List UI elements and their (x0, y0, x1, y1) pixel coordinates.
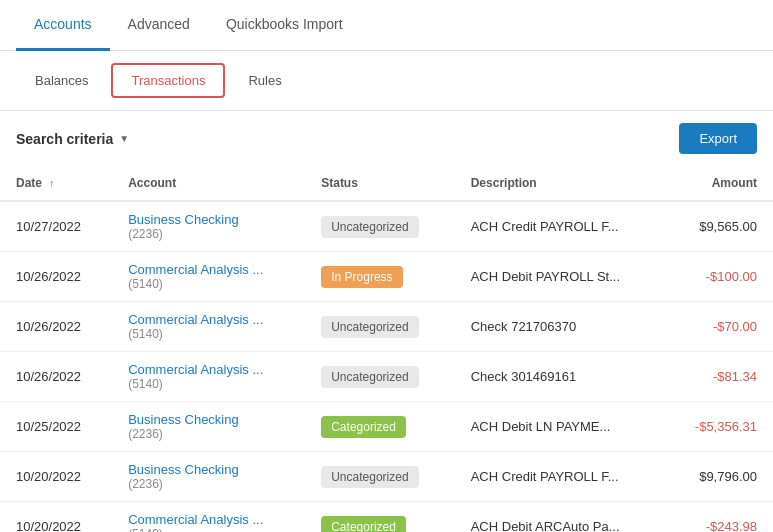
table-row: 10/26/2022 Commercial Analysis ...(5140)… (0, 302, 773, 352)
cell-amount-0: $9,565.00 (664, 201, 773, 252)
cell-description-3: Check 301469161 (455, 352, 664, 402)
cell-description-4: ACH Debit LN PAYME... (455, 402, 664, 452)
sort-icon: ↑ (49, 178, 54, 189)
transactions-table: Date ↑ Account Status Description Amount… (0, 166, 773, 532)
cell-date-1: 10/26/2022 (0, 252, 112, 302)
cell-date-5: 10/20/2022 (0, 452, 112, 502)
export-button[interactable]: Export (679, 123, 757, 154)
table-header-row: Date ↑ Account Status Description Amount (0, 166, 773, 201)
table-row: 10/26/2022 Commercial Analysis ...(5140)… (0, 252, 773, 302)
table-row: 10/27/2022 Business Checking(2236) Uncat… (0, 201, 773, 252)
sub-nav: Balances Transactions Rules (0, 51, 773, 111)
search-criteria-toggle[interactable]: Search criteria ▼ (16, 131, 129, 147)
subtab-balances[interactable]: Balances (16, 64, 107, 97)
cell-amount-5: $9,796.00 (664, 452, 773, 502)
table-row: 10/26/2022 Commercial Analysis ...(5140)… (0, 352, 773, 402)
cell-amount-1: -$100.00 (664, 252, 773, 302)
cell-date-6: 10/20/2022 (0, 502, 112, 533)
cell-description-6: ACH Debit ARCAuto Pa... (455, 502, 664, 533)
cell-description-5: ACH Credit PAYROLL F... (455, 452, 664, 502)
cell-account-4[interactable]: Business Checking(2236) (112, 402, 305, 452)
top-nav: Accounts Advanced Quickbooks Import (0, 0, 773, 51)
cell-description-2: Check 721706370 (455, 302, 664, 352)
cell-status-4: Categorized (305, 402, 454, 452)
cell-status-0: Uncategorized (305, 201, 454, 252)
cell-status-6: Categorized (305, 502, 454, 533)
cell-amount-2: -$70.00 (664, 302, 773, 352)
cell-amount-4: -$5,356.31 (664, 402, 773, 452)
cell-date-0: 10/27/2022 (0, 201, 112, 252)
cell-status-3: Uncategorized (305, 352, 454, 402)
status-badge-0: Uncategorized (321, 216, 418, 238)
status-badge-1: In Progress (321, 266, 402, 288)
cell-date-2: 10/26/2022 (0, 302, 112, 352)
col-header-account: Account (112, 166, 305, 201)
app-container: Accounts Advanced Quickbooks Import Bala… (0, 0, 773, 532)
col-header-status: Status (305, 166, 454, 201)
cell-account-3[interactable]: Commercial Analysis ...(5140) (112, 352, 305, 402)
status-badge-5: Uncategorized (321, 466, 418, 488)
col-header-amount: Amount (664, 166, 773, 201)
cell-date-3: 10/26/2022 (0, 352, 112, 402)
cell-account-6[interactable]: Commercial Analysis ...(5140) (112, 502, 305, 533)
cell-date-4: 10/25/2022 (0, 402, 112, 452)
cell-status-1: In Progress (305, 252, 454, 302)
cell-status-2: Uncategorized (305, 302, 454, 352)
col-header-date[interactable]: Date ↑ (0, 166, 112, 201)
table-container: Date ↑ Account Status Description Amount… (0, 166, 773, 532)
search-bar: Search criteria ▼ Export (0, 111, 773, 166)
tab-accounts[interactable]: Accounts (16, 0, 110, 51)
table-row: 10/25/2022 Business Checking(2236) Categ… (0, 402, 773, 452)
cell-status-5: Uncategorized (305, 452, 454, 502)
cell-account-0[interactable]: Business Checking(2236) (112, 201, 305, 252)
cell-description-0: ACH Credit PAYROLL F... (455, 201, 664, 252)
cell-account-5[interactable]: Business Checking(2236) (112, 452, 305, 502)
cell-account-1[interactable]: Commercial Analysis ...(5140) (112, 252, 305, 302)
status-badge-6: Categorized (321, 516, 406, 533)
table-row: 10/20/2022 Business Checking(2236) Uncat… (0, 452, 773, 502)
cell-description-1: ACH Debit PAYROLL St... (455, 252, 664, 302)
status-badge-3: Uncategorized (321, 366, 418, 388)
status-badge-2: Uncategorized (321, 316, 418, 338)
status-badge-4: Categorized (321, 416, 406, 438)
table-row: 10/20/2022 Commercial Analysis ...(5140)… (0, 502, 773, 533)
cell-amount-3: -$81.34 (664, 352, 773, 402)
cell-account-2[interactable]: Commercial Analysis ...(5140) (112, 302, 305, 352)
tab-advanced[interactable]: Advanced (110, 0, 208, 51)
search-criteria-label: Search criteria (16, 131, 113, 147)
subtab-rules[interactable]: Rules (229, 64, 300, 97)
col-header-description: Description (455, 166, 664, 201)
cell-amount-6: -$243.98 (664, 502, 773, 533)
subtab-transactions[interactable]: Transactions (111, 63, 225, 98)
caret-icon: ▼ (119, 133, 129, 144)
tab-quickbooks[interactable]: Quickbooks Import (208, 0, 361, 51)
